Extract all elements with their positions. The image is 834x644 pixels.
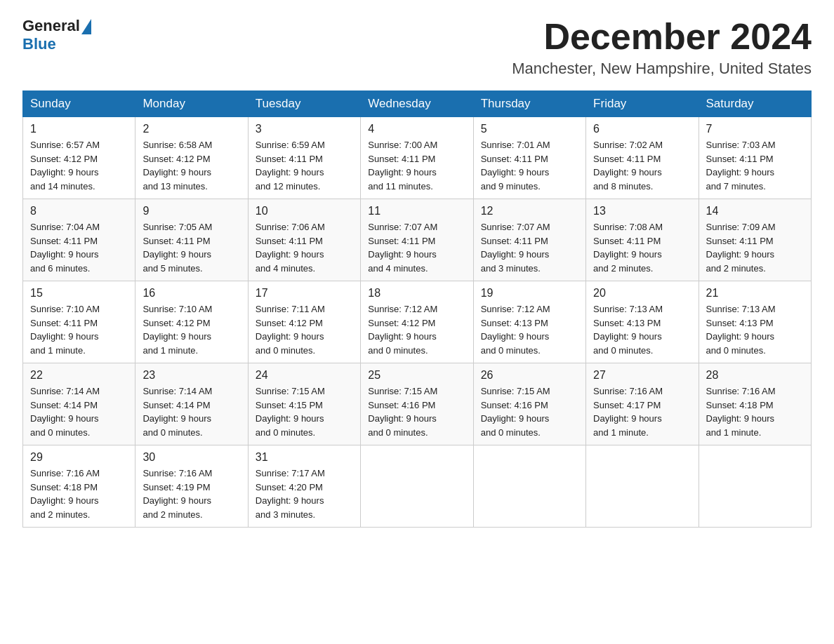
day-number: 22 (30, 369, 128, 382)
day-number: 15 (30, 287, 128, 300)
day-number: 13 (593, 205, 691, 217)
calendar-cell: 29Sunrise: 7:16 AMSunset: 4:18 PMDayligh… (23, 445, 135, 528)
day-number: 28 (706, 369, 804, 382)
logo: General Blue (22, 17, 91, 53)
day-number: 14 (706, 205, 804, 217)
calendar-header-thursday: Thursday (473, 91, 585, 117)
day-info: Sunrise: 7:16 AMSunset: 4:18 PMDaylight:… (706, 384, 804, 439)
calendar-cell: 18Sunrise: 7:12 AMSunset: 4:12 PMDayligh… (361, 281, 473, 363)
calendar-header-wednesday: Wednesday (361, 91, 473, 117)
calendar-header-row: SundayMondayTuesdayWednesdayThursdayFrid… (23, 91, 812, 117)
calendar-header-friday: Friday (586, 91, 699, 117)
calendar-cell (699, 445, 811, 528)
calendar-cell: 16Sunrise: 7:10 AMSunset: 4:12 PMDayligh… (135, 281, 248, 363)
calendar-week-row: 15Sunrise: 7:10 AMSunset: 4:11 PMDayligh… (23, 281, 812, 363)
day-info: Sunrise: 7:09 AMSunset: 4:11 PMDaylight:… (706, 220, 804, 275)
calendar-cell: 23Sunrise: 7:14 AMSunset: 4:14 PMDayligh… (135, 363, 248, 445)
day-number: 25 (368, 369, 465, 382)
calendar-cell: 28Sunrise: 7:16 AMSunset: 4:18 PMDayligh… (699, 363, 811, 445)
calendar-table: SundayMondayTuesdayWednesdayThursdayFrid… (22, 90, 812, 528)
day-number: 4 (368, 123, 465, 135)
day-info: Sunrise: 7:04 AMSunset: 4:11 PMDaylight:… (30, 220, 128, 275)
day-number: 9 (143, 205, 240, 217)
calendar-header-saturday: Saturday (699, 91, 811, 117)
day-number: 31 (256, 451, 353, 464)
day-info: Sunrise: 7:10 AMSunset: 4:11 PMDaylight:… (30, 302, 128, 357)
calendar-cell: 2Sunrise: 6:58 AMSunset: 4:12 PMDaylight… (135, 117, 248, 199)
title-block: December 2024 Manchester, New Hampshire,… (512, 17, 812, 78)
day-number: 18 (368, 287, 465, 300)
logo-triangle-icon (81, 19, 91, 34)
calendar-cell: 31Sunrise: 7:17 AMSunset: 4:20 PMDayligh… (248, 445, 360, 528)
calendar-cell: 4Sunrise: 7:00 AMSunset: 4:11 PMDaylight… (361, 117, 473, 199)
calendar-header-tuesday: Tuesday (248, 91, 360, 117)
calendar-cell: 14Sunrise: 7:09 AMSunset: 4:11 PMDayligh… (699, 199, 811, 281)
day-number: 5 (481, 123, 578, 135)
calendar-cell: 15Sunrise: 7:10 AMSunset: 4:11 PMDayligh… (23, 281, 135, 363)
logo-blue-text: Blue (22, 35, 56, 53)
day-number: 11 (368, 205, 465, 217)
day-number: 7 (706, 123, 804, 135)
day-number: 17 (256, 287, 353, 300)
calendar-header-monday: Monday (135, 91, 248, 117)
logo-general-text: General (22, 17, 80, 35)
day-info: Sunrise: 7:16 AMSunset: 4:18 PMDaylight:… (30, 467, 128, 521)
day-info: Sunrise: 7:13 AMSunset: 4:13 PMDaylight:… (593, 302, 691, 357)
day-number: 3 (256, 123, 353, 135)
day-info: Sunrise: 7:15 AMSunset: 4:16 PMDaylight:… (481, 384, 578, 439)
calendar-cell: 1Sunrise: 6:57 AMSunset: 4:12 PMDaylight… (23, 117, 135, 199)
day-info: Sunrise: 7:10 AMSunset: 4:12 PMDaylight:… (143, 302, 240, 357)
calendar-week-row: 8Sunrise: 7:04 AMSunset: 4:11 PMDaylight… (23, 199, 812, 281)
month-title: December 2024 (512, 17, 812, 57)
calendar-week-row: 22Sunrise: 7:14 AMSunset: 4:14 PMDayligh… (23, 363, 812, 445)
calendar-cell: 27Sunrise: 7:16 AMSunset: 4:17 PMDayligh… (586, 363, 699, 445)
calendar-cell (361, 445, 473, 528)
day-number: 6 (593, 123, 691, 135)
day-info: Sunrise: 7:03 AMSunset: 4:11 PMDaylight:… (706, 138, 804, 193)
calendar-cell: 25Sunrise: 7:15 AMSunset: 4:16 PMDayligh… (361, 363, 473, 445)
day-number: 12 (481, 205, 578, 217)
day-number: 23 (143, 369, 240, 382)
calendar-cell: 13Sunrise: 7:08 AMSunset: 4:11 PMDayligh… (586, 199, 699, 281)
day-number: 16 (143, 287, 240, 300)
day-number: 2 (143, 123, 240, 135)
day-info: Sunrise: 6:58 AMSunset: 4:12 PMDaylight:… (143, 138, 240, 193)
day-number: 20 (593, 287, 691, 300)
day-number: 26 (481, 369, 578, 382)
day-number: 19 (481, 287, 578, 300)
day-info: Sunrise: 7:06 AMSunset: 4:11 PMDaylight:… (256, 220, 353, 275)
calendar-cell: 5Sunrise: 7:01 AMSunset: 4:11 PMDaylight… (473, 117, 585, 199)
day-number: 29 (30, 451, 128, 464)
day-number: 10 (256, 205, 353, 217)
calendar-cell: 26Sunrise: 7:15 AMSunset: 4:16 PMDayligh… (473, 363, 585, 445)
page-header: General Blue December 2024 Manchester, N… (22, 17, 812, 78)
calendar-cell: 9Sunrise: 7:05 AMSunset: 4:11 PMDaylight… (135, 199, 248, 281)
day-info: Sunrise: 7:14 AMSunset: 4:14 PMDaylight:… (143, 384, 240, 439)
location-title: Manchester, New Hampshire, United States (512, 60, 812, 78)
calendar-cell: 8Sunrise: 7:04 AMSunset: 4:11 PMDaylight… (23, 199, 135, 281)
calendar-cell (473, 445, 585, 528)
calendar-cell: 30Sunrise: 7:16 AMSunset: 4:19 PMDayligh… (135, 445, 248, 528)
calendar-cell: 20Sunrise: 7:13 AMSunset: 4:13 PMDayligh… (586, 281, 699, 363)
calendar-cell: 7Sunrise: 7:03 AMSunset: 4:11 PMDaylight… (699, 117, 811, 199)
day-info: Sunrise: 7:16 AMSunset: 4:17 PMDaylight:… (593, 384, 691, 439)
day-number: 27 (593, 369, 691, 382)
day-info: Sunrise: 7:15 AMSunset: 4:15 PMDaylight:… (256, 384, 353, 439)
day-number: 21 (706, 287, 804, 300)
calendar-cell: 22Sunrise: 7:14 AMSunset: 4:14 PMDayligh… (23, 363, 135, 445)
calendar-cell (586, 445, 699, 528)
calendar-week-row: 29Sunrise: 7:16 AMSunset: 4:18 PMDayligh… (23, 445, 812, 528)
day-info: Sunrise: 7:08 AMSunset: 4:11 PMDaylight:… (593, 220, 691, 275)
day-info: Sunrise: 7:11 AMSunset: 4:12 PMDaylight:… (256, 302, 353, 357)
day-info: Sunrise: 7:00 AMSunset: 4:11 PMDaylight:… (368, 138, 465, 193)
calendar-cell: 24Sunrise: 7:15 AMSunset: 4:15 PMDayligh… (248, 363, 360, 445)
day-info: Sunrise: 6:57 AMSunset: 4:12 PMDaylight:… (30, 138, 128, 193)
day-number: 24 (256, 369, 353, 382)
day-info: Sunrise: 7:12 AMSunset: 4:12 PMDaylight:… (368, 302, 465, 357)
day-info: Sunrise: 7:17 AMSunset: 4:20 PMDaylight:… (256, 467, 353, 521)
day-info: Sunrise: 7:07 AMSunset: 4:11 PMDaylight:… (368, 220, 465, 275)
calendar-cell: 12Sunrise: 7:07 AMSunset: 4:11 PMDayligh… (473, 199, 585, 281)
calendar-cell: 21Sunrise: 7:13 AMSunset: 4:13 PMDayligh… (699, 281, 811, 363)
calendar-cell: 19Sunrise: 7:12 AMSunset: 4:13 PMDayligh… (473, 281, 585, 363)
day-info: Sunrise: 7:05 AMSunset: 4:11 PMDaylight:… (143, 220, 240, 275)
